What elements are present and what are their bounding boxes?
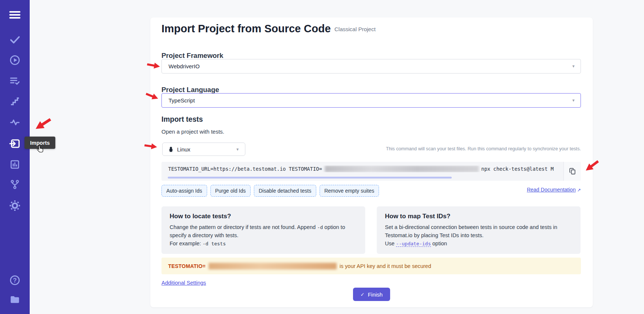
sidebar-item-projects[interactable]	[9, 294, 21, 305]
copy-command-button[interactable]	[563, 162, 581, 181]
info-box-title: How to map Test IDs?	[385, 213, 572, 220]
activity-icon	[10, 117, 20, 128]
copy-icon	[569, 167, 576, 175]
info-text: option	[431, 241, 447, 246]
option-auto-assign-ids[interactable]: Auto-assign Ids	[161, 185, 207, 197]
check-icon	[9, 34, 20, 45]
info-box-map-test-ids: How to map Test IDs? Set a bi-directiona…	[377, 206, 581, 254]
horizontal-scrollbar[interactable]	[168, 177, 452, 179]
help-icon: ?	[9, 275, 20, 286]
sidebar-item-tests[interactable]	[9, 34, 21, 46]
sidebar-item-analytics[interactable]	[9, 158, 21, 170]
sidebar-item-runs[interactable]	[9, 54, 21, 66]
import-tests-heading: Import tests	[161, 115, 203, 124]
command-prefix: TESTOMATIO_URL=https://beta.testomat.io …	[168, 166, 322, 172]
page-title: Import Project from Source CodeClassical…	[161, 23, 376, 35]
language-value: TypeScript	[169, 97, 195, 104]
command-suffix: npx check-tests@latest M	[481, 166, 554, 172]
language-label: Project Language	[161, 86, 219, 94]
annotation-arrow-imports	[32, 115, 53, 134]
info-box-body: Set a bi-directional connection between …	[385, 223, 572, 248]
option-disable-detached-tests[interactable]: Disable detached tests	[254, 185, 316, 197]
info-text: Use	[385, 241, 396, 246]
annotation-arrow-os	[144, 141, 158, 151]
option-remove-empty-suites[interactable]: Remove empty suites	[320, 185, 379, 197]
additional-settings-link[interactable]: Additional Settings	[161, 280, 206, 286]
list-check-icon	[9, 75, 20, 86]
update-ids-link[interactable]: --update-ids	[396, 241, 431, 247]
sidebar-item-plans[interactable]	[9, 75, 21, 87]
command-text: TESTOMATIO_URL=https://beta.testomat.io …	[168, 166, 562, 172]
branch-icon	[9, 179, 20, 190]
menu-icon[interactable]	[9, 10, 20, 19]
command-box: TESTOMATIO_URL=https://beta.testomat.io …	[161, 162, 581, 181]
info-text: For example:	[170, 241, 203, 246]
chevron-down-icon: ▼	[572, 98, 575, 102]
warning-text: is your API key and it must be secured	[340, 263, 431, 269]
language-select[interactable]: TypeScript ▼	[161, 93, 581, 108]
page-title-text: Import Project from Source Code	[161, 23, 331, 35]
redacted-api-key	[325, 166, 479, 172]
folder-icon	[9, 294, 20, 305]
import-project-card: Import Project from Source CodeClassical…	[150, 17, 593, 307]
external-link-icon: ↗	[577, 187, 581, 193]
info-text: Change the pattern or directory if tests…	[170, 224, 317, 230]
project-type-badge: Classical Project	[334, 26, 376, 32]
linux-penguin-icon	[168, 146, 174, 152]
import-options: Auto-assign Ids Purge old Ids Disable de…	[161, 185, 379, 197]
gear-icon	[9, 200, 20, 211]
sidebar-item-imports[interactable]	[9, 138, 21, 150]
code-snippet: -d	[317, 225, 323, 230]
bar-chart-icon	[9, 159, 20, 170]
chevron-down-icon: ▼	[572, 64, 575, 68]
os-select[interactable]: Linux ▼	[162, 143, 245, 156]
finish-label: Finish	[368, 291, 383, 298]
framework-value: WebdriverIO	[169, 63, 200, 69]
sidebar: ?	[0, 0, 30, 314]
screen: ? Imports Import Project from Source Cod…	[0, 0, 644, 314]
info-box-body: Change the pattern or directory if tests…	[170, 223, 357, 248]
cursor-pointer-icon	[36, 145, 45, 156]
check-icon: ✓	[360, 292, 365, 297]
chevron-down-icon: ▼	[236, 147, 239, 151]
sidebar-item-help[interactable]: ?	[9, 274, 21, 286]
sidebar-item-settings[interactable]	[9, 200, 21, 212]
imports-icon	[9, 138, 21, 150]
sidebar-item-branches[interactable]	[9, 179, 21, 190]
info-text: Set a bi-directional connection between …	[385, 224, 557, 238]
steps-icon	[10, 96, 20, 107]
api-key-warning: TESTOMATIO= is your API key and it must …	[161, 258, 581, 274]
import-tests-description: Open a project with tests.	[161, 128, 224, 135]
read-documentation-link[interactable]: Read Documentation↗	[527, 187, 581, 193]
framework-select[interactable]: WebdriverIO ▼	[161, 59, 581, 73]
sidebar-item-pulse[interactable]	[9, 117, 21, 128]
warning-key-prefix: TESTOMATIO=	[168, 263, 206, 269]
play-circle-icon	[9, 55, 20, 66]
info-box-locate-tests: How to locate tests? Change the pattern …	[161, 206, 365, 254]
read-documentation-label: Read Documentation	[527, 187, 576, 193]
redacted-api-key	[209, 263, 337, 269]
framework-label: Project Framework	[161, 52, 223, 60]
sidebar-item-milestones[interactable]	[9, 95, 21, 107]
info-box-title: How to locate tests?	[170, 213, 357, 220]
command-hint: This command will scan your test files. …	[386, 146, 581, 151]
os-value: Linux	[177, 146, 190, 153]
option-purge-old-ids[interactable]: Purge old Ids	[210, 185, 251, 197]
code-snippet: -d tests	[203, 241, 226, 246]
svg-text:?: ?	[13, 277, 17, 284]
finish-button[interactable]: ✓ Finish	[353, 288, 390, 301]
